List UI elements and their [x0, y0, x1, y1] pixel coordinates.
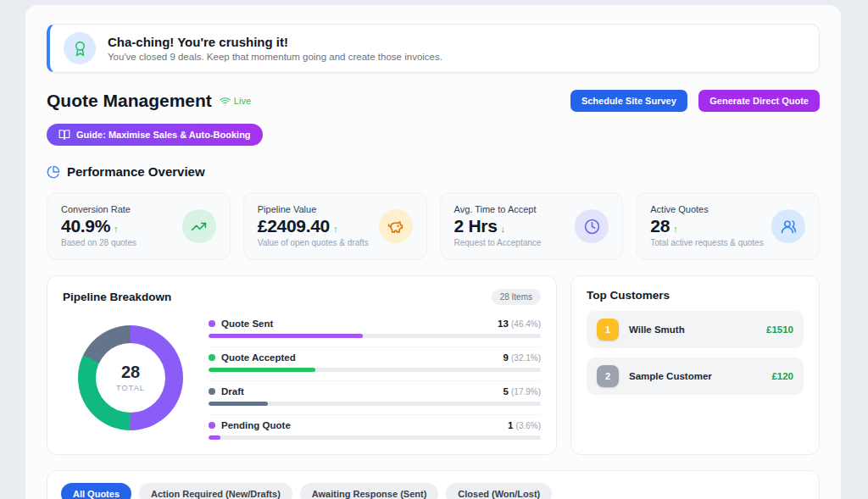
trend-up-arrow: ↑	[114, 224, 118, 234]
header-actions: Schedule Site Survey Generate Direct Quo…	[570, 90, 820, 112]
pipeline-legend: Quote Sent 13 (46.4%) Quote Accepted 9 (…	[209, 313, 541, 441]
stat-card-conversion-rate: Conversion Rate 40.9%↑ Based on 28 quote…	[47, 192, 231, 260]
legend-dot	[209, 422, 215, 429]
legend-row-draft: Draft 5 (17.9%)	[209, 381, 541, 415]
stat-cards: Conversion Rate 40.9%↑ Based on 28 quote…	[47, 192, 820, 260]
items-count-badge: 28 Items	[492, 289, 541, 305]
stat-subtext: Value of open quotes & drafts	[258, 238, 369, 247]
progress-fill	[209, 368, 315, 372]
pie-chart-icon	[47, 165, 60, 179]
piggy-bank-icon	[379, 209, 413, 243]
banner-title: Cha-ching! You're crushing it!	[108, 35, 442, 49]
trend-up-arrow: ↑	[673, 224, 677, 234]
progress-fill	[209, 334, 363, 338]
stat-value: 28↑	[650, 216, 763, 236]
progress-fill	[209, 402, 268, 406]
trend-up-arrow: ↑	[333, 224, 337, 234]
legend-row-quote-sent: Quote Sent 13 (46.4%)	[209, 313, 541, 347]
pipeline-title: Pipeline Breakdown	[63, 291, 171, 303]
wifi-icon	[220, 96, 231, 107]
donut-chart: 28 TOTAL	[78, 325, 183, 430]
customer-name: Sample Customer	[629, 371, 761, 381]
customer-name: Wille Smuth	[629, 324, 756, 335]
stat-label: Avg. Time to Accept	[454, 204, 542, 214]
pipeline-breakdown-panel: Pipeline Breakdown 28 Items 28 TOTAL Quo…	[47, 275, 557, 455]
users-icon	[771, 209, 805, 243]
customer-value: £120	[771, 371, 793, 381]
quote-management-page: Cha-ching! You're crushing it! You've cl…	[25, 5, 841, 499]
donut-total: 28	[121, 363, 140, 382]
generate-direct-quote-button[interactable]: Generate Direct Quote	[698, 90, 820, 112]
stat-value: £2409.40↑	[258, 216, 369, 236]
page-title-text: Quote Management	[47, 91, 212, 111]
stat-label: Conversion Rate	[61, 204, 136, 214]
book-open-icon	[58, 129, 70, 141]
schedule-site-survey-button[interactable]: Schedule Site Survey	[570, 90, 687, 112]
clock-icon	[575, 209, 609, 243]
customer-row[interactable]: 2 Sample Customer £120	[587, 358, 804, 395]
progress-fill	[209, 435, 220, 440]
performance-overview-heading: Performance Overview	[47, 164, 820, 179]
progress-track	[209, 368, 541, 372]
celebration-banner: Cha-ching! You're crushing it! You've cl…	[47, 24, 820, 73]
progress-track	[209, 402, 541, 406]
rank-badge: 1	[597, 319, 619, 341]
banner-subtitle: You've closed 9 deals. Keep that momentu…	[108, 52, 442, 62]
trend-down-arrow: ↓	[501, 224, 505, 234]
customer-row[interactable]: 1 Wille Smuth £1510	[587, 311, 804, 348]
stat-value: 2 Hrs↓	[454, 216, 542, 236]
stat-subtext: Request to Acceptance	[454, 238, 542, 247]
donut-center: 28 TOTAL	[96, 343, 165, 413]
tab-awaiting-response[interactable]: Awaiting Response (Sent)	[300, 483, 438, 499]
page-title: Quote Management Live	[47, 91, 251, 111]
stat-subtext: Total active requests & quotes	[650, 238, 763, 247]
legend-dot	[209, 320, 215, 327]
stat-card-avg-time: Avg. Time to Accept 2 Hrs↓ Request to Ac…	[440, 192, 624, 260]
tab-all-quotes[interactable]: All Quotes	[61, 483, 131, 499]
quotes-list-panel: All Quotes Action Required (New/Drafts) …	[47, 470, 820, 499]
legend-row-pending-quote: Pending Quote 1 (3.6%)	[209, 415, 541, 441]
stat-card-pipeline-value: Pipeline Value £2409.40↑ Value of open q…	[243, 192, 427, 260]
guide-button[interactable]: Guide: Maximise Sales & Auto-Booking	[47, 124, 263, 146]
tab-closed[interactable]: Closed (Won/Lost)	[446, 483, 552, 499]
donut-total-label: TOTAL	[116, 384, 145, 392]
stat-label: Pipeline Value	[258, 204, 369, 214]
trending-up-icon	[182, 209, 216, 243]
stat-subtext: Based on 28 quotes	[61, 238, 136, 247]
filter-tabs: All Quotes Action Required (New/Drafts) …	[61, 483, 805, 499]
top-customers-panel: Top Customers 1 Wille Smuth £1510 2 Samp…	[570, 275, 820, 455]
legend-row-quote-accepted: Quote Accepted 9 (32.1%)	[209, 347, 541, 381]
progress-track	[209, 435, 541, 440]
customer-value: £1510	[766, 324, 793, 335]
award-icon	[64, 32, 96, 64]
stat-label: Active Quotes	[650, 204, 763, 214]
legend-dot	[209, 388, 215, 395]
progress-track	[209, 334, 541, 338]
top-customers-title: Top Customers	[587, 289, 804, 302]
tab-action-required[interactable]: Action Required (New/Drafts)	[139, 483, 292, 499]
stat-card-active-quotes: Active Quotes 28↑ Total active requests …	[636, 192, 820, 260]
legend-dot	[209, 354, 215, 361]
rank-badge: 2	[597, 365, 619, 387]
stat-value: 40.9%↑	[61, 216, 136, 236]
live-status-badge: Live	[220, 96, 251, 107]
